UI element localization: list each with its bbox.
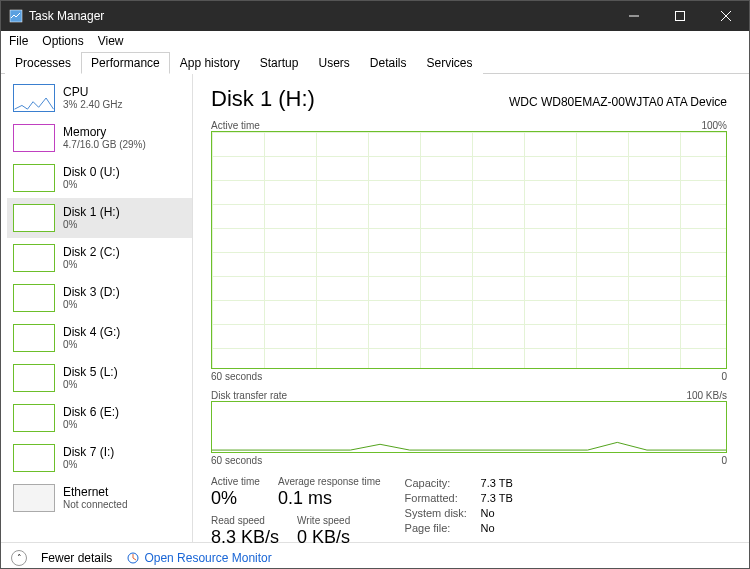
sidebar-item-disk-0-u-[interactable]: Disk 0 (U:)0% bbox=[7, 158, 192, 198]
tab-bar: Processes Performance App history Startu… bbox=[1, 51, 749, 74]
sidebar-item-disk-4-g-[interactable]: Disk 4 (G:)0% bbox=[7, 318, 192, 358]
pagefile-value: No bbox=[481, 521, 495, 536]
sidebar-item-title: Disk 5 (L:) bbox=[63, 365, 118, 379]
capacity-label: Capacity: bbox=[405, 476, 473, 491]
sidebar-item-title: Disk 0 (U:) bbox=[63, 165, 120, 179]
tab-startup[interactable]: Startup bbox=[250, 52, 309, 74]
sidebar-item-sub: 0% bbox=[63, 459, 114, 471]
menubar: File Options View bbox=[1, 31, 749, 51]
thumb-icon bbox=[13, 124, 55, 152]
sidebar-item-ethernet[interactable]: EthernetNot connected bbox=[7, 478, 192, 518]
sidebar-item-sub: 0% bbox=[63, 179, 120, 191]
write-speed-label: Write speed bbox=[297, 515, 350, 526]
window-title: Task Manager bbox=[29, 9, 104, 23]
read-speed-label: Read speed bbox=[211, 515, 279, 526]
capacity-value: 7.3 TB bbox=[481, 476, 513, 491]
thumb-icon bbox=[13, 164, 55, 192]
active-time-label: Active time bbox=[211, 476, 260, 487]
thumb-icon bbox=[13, 284, 55, 312]
tab-performance[interactable]: Performance bbox=[81, 52, 170, 74]
formatted-label: Formatted: bbox=[405, 491, 473, 506]
sidebar-item-title: Disk 1 (H:) bbox=[63, 205, 120, 219]
tab-app-history[interactable]: App history bbox=[170, 52, 250, 74]
sidebar-item-cpu[interactable]: CPU3% 2.40 GHz bbox=[7, 78, 192, 118]
sidebar-item-title: Ethernet bbox=[63, 485, 128, 499]
sidebar-item-sub: 0% bbox=[63, 419, 119, 431]
sidebar-item-sub: 0% bbox=[63, 219, 120, 231]
sidebar[interactable]: CPU3% 2.40 GHzMemory4.7/16.0 GB (29%)Dis… bbox=[1, 74, 193, 542]
tab-users[interactable]: Users bbox=[308, 52, 359, 74]
thumb-icon bbox=[13, 404, 55, 432]
pagefile-label: Page file: bbox=[405, 521, 473, 536]
main-area: CPU3% 2.40 GHzMemory4.7/16.0 GB (29%)Dis… bbox=[1, 74, 749, 542]
open-resource-monitor-link[interactable]: Open Resource Monitor bbox=[126, 551, 271, 565]
titlebar: Task Manager bbox=[1, 1, 749, 31]
sidebar-item-disk-7-i-[interactable]: Disk 7 (I:)0% bbox=[7, 438, 192, 478]
resmon-label: Open Resource Monitor bbox=[144, 551, 271, 565]
sysdisk-label: System disk: bbox=[405, 506, 473, 521]
formatted-value: 7.3 TB bbox=[481, 491, 513, 506]
tab-processes[interactable]: Processes bbox=[5, 52, 81, 74]
avg-resp-value: 0.1 ms bbox=[278, 487, 381, 509]
app-icon bbox=[9, 9, 23, 23]
tab-services[interactable]: Services bbox=[417, 52, 483, 74]
tab-details[interactable]: Details bbox=[360, 52, 417, 74]
thumb-icon bbox=[13, 444, 55, 472]
sidebar-item-disk-5-l-[interactable]: Disk 5 (L:)0% bbox=[7, 358, 192, 398]
svg-rect-2 bbox=[676, 12, 685, 21]
detail-pane: Disk 1 (H:) WDC WD80EMAZ-00WJTA0 ATA Dev… bbox=[193, 74, 749, 542]
disk-model: WDC WD80EMAZ-00WJTA0 ATA Device bbox=[509, 95, 727, 109]
sidebar-item-title: CPU bbox=[63, 85, 122, 99]
chart1-xleft: 60 seconds bbox=[211, 371, 262, 382]
active-time-chart bbox=[211, 131, 727, 369]
sysdisk-value: No bbox=[481, 506, 495, 521]
thumb-icon bbox=[13, 244, 55, 272]
chevron-up-icon[interactable]: ˄ bbox=[11, 550, 27, 566]
sidebar-item-title: Memory bbox=[63, 125, 146, 139]
sidebar-item-sub: 0% bbox=[63, 299, 120, 311]
sidebar-item-disk-1-h-[interactable]: Disk 1 (H:)0% bbox=[7, 198, 192, 238]
chart1-label: Active time bbox=[211, 120, 260, 131]
sidebar-item-sub: 3% 2.40 GHz bbox=[63, 99, 122, 111]
sidebar-item-title: Disk 6 (E:) bbox=[63, 405, 119, 419]
sidebar-item-sub: 0% bbox=[63, 339, 120, 351]
sidebar-item-title: Disk 4 (G:) bbox=[63, 325, 120, 339]
sidebar-item-title: Disk 3 (D:) bbox=[63, 285, 120, 299]
menu-file[interactable]: File bbox=[9, 34, 28, 48]
sidebar-item-title: Disk 2 (C:) bbox=[63, 245, 120, 259]
read-speed-value: 8.3 KB/s bbox=[211, 526, 279, 548]
sidebar-item-memory[interactable]: Memory4.7/16.0 GB (29%) bbox=[7, 118, 192, 158]
avg-resp-label: Average response time bbox=[278, 476, 381, 487]
sidebar-item-sub: 0% bbox=[63, 379, 118, 391]
sidebar-item-disk-6-e-[interactable]: Disk 6 (E:)0% bbox=[7, 398, 192, 438]
sidebar-item-sub: Not connected bbox=[63, 499, 128, 511]
chart1-max: 100% bbox=[701, 120, 727, 131]
disk-title: Disk 1 (H:) bbox=[211, 86, 315, 112]
active-time-value: 0% bbox=[211, 487, 260, 509]
sidebar-item-sub: 0% bbox=[63, 259, 120, 271]
sidebar-item-title: Disk 7 (I:) bbox=[63, 445, 114, 459]
thumb-icon bbox=[13, 364, 55, 392]
thumb-icon bbox=[13, 324, 55, 352]
thumb-icon bbox=[13, 204, 55, 232]
chart2-label: Disk transfer rate bbox=[211, 390, 287, 401]
chart2-xright: 0 bbox=[721, 455, 727, 466]
chart2-max: 100 KB/s bbox=[686, 390, 727, 401]
chart1-xright: 0 bbox=[721, 371, 727, 382]
close-button[interactable] bbox=[703, 1, 749, 31]
stats-area: Active time 0% Average response time 0.1… bbox=[211, 476, 727, 548]
svg-rect-0 bbox=[10, 10, 22, 22]
sidebar-item-disk-2-c-[interactable]: Disk 2 (C:)0% bbox=[7, 238, 192, 278]
sidebar-item-sub: 4.7/16.0 GB (29%) bbox=[63, 139, 146, 151]
resmon-icon bbox=[126, 551, 140, 565]
chart2-xleft: 60 seconds bbox=[211, 455, 262, 466]
menu-view[interactable]: View bbox=[98, 34, 124, 48]
transfer-rate-chart bbox=[211, 401, 727, 453]
minimize-button[interactable] bbox=[611, 1, 657, 31]
fewer-details-link[interactable]: Fewer details bbox=[41, 551, 112, 565]
thumb-icon bbox=[13, 84, 55, 112]
maximize-button[interactable] bbox=[657, 1, 703, 31]
write-speed-value: 0 KB/s bbox=[297, 526, 350, 548]
sidebar-item-disk-3-d-[interactable]: Disk 3 (D:)0% bbox=[7, 278, 192, 318]
menu-options[interactable]: Options bbox=[42, 34, 83, 48]
